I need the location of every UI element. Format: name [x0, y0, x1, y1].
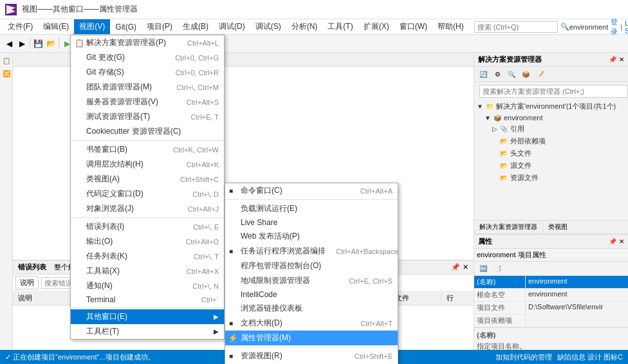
error-list-tab[interactable]: 错误列表 — [18, 262, 46, 272]
forward-button[interactable]: ▶ — [15, 37, 28, 50]
view-menu-item-1[interactable]: Git 更改(G) Ctrl+0, Ctrl+G — [71, 50, 224, 65]
se-props-btn[interactable]: ⚙ — [491, 68, 504, 81]
solution-explorer-icon[interactable]: 📋 — [1, 55, 12, 66]
view-sep-3 — [71, 307, 224, 308]
status-right: 加知到代码的管理 缺陷信息 设计 图标C — [495, 352, 623, 362]
ow-icon-0: ■ — [229, 187, 233, 194]
menu-debug2[interactable]: 调试(S) — [250, 19, 286, 34]
tree-item-solution[interactable]: ▼ 📁 解决方案'environment'(1个项目/共1个) — [474, 100, 628, 113]
login-button[interactable]: 登录 — [611, 17, 618, 37]
view-menu-item-3[interactable]: 团队资源管理器(M) Ctrl+\, Ctrl+M — [71, 80, 224, 95]
tree-item-source[interactable]: ▷ 📂 源文件 — [474, 159, 628, 172]
menu-file[interactable]: 文件(F) — [3, 19, 38, 34]
back-button[interactable]: ◀ — [3, 37, 15, 50]
view-menu-item-11[interactable]: 对象浏览器(J) Ctrl+Alt+J — [71, 201, 224, 216]
tree-item-ref[interactable]: ▷ 📎 引用 — [474, 123, 628, 135]
se-toolbar: 🔄 ⚙ 🔍 📦 📝 — [474, 67, 628, 82]
ow-item-10[interactable]: ■ 文档大纲(D) Ctrl+Alt+T — [225, 316, 398, 331]
se-filter-btn[interactable]: 🔍 — [505, 68, 518, 81]
tree-item-env[interactable]: ▼ 📦 environment — [474, 113, 628, 123]
props-group-btn[interactable]: 📑 — [491, 262, 504, 275]
view-menu-item-6[interactable]: Cookiecutter 资源管理器(C) — [71, 124, 224, 139]
panel-pin-icon[interactable]: 📌 — [451, 263, 460, 271]
menu-project[interactable]: 项目(P) — [142, 19, 178, 34]
props-close-icon[interactable]: ✕ — [619, 238, 624, 245]
ow-item-9[interactable]: 浏览器链接仪表板 — [225, 301, 398, 316]
view-menu-item-7[interactable]: 书签窗口(B) Ctrl+K, Ctrl+W — [71, 142, 224, 157]
live-share-button[interactable]: Live Share — [625, 19, 628, 35]
se-new-solution-btn[interactable]: 📝 — [533, 68, 546, 81]
view-menu-item-9[interactable]: 类视图(A) Ctrl+Shift+C — [71, 172, 224, 187]
menu-view[interactable]: 视图(V) — [74, 19, 110, 34]
view-menu-item-4[interactable]: 服务器资源管理器(V) Ctrl+Alt+S — [71, 95, 224, 109]
view-menu-other-windows[interactable]: 其他窗口(E) ▶ — [71, 309, 224, 324]
panel-tabs: 解决方案资源管理器 类视图 — [474, 220, 628, 234]
toolbar-separator2 — [59, 38, 59, 50]
prop-row-file[interactable]: 项目文件 D:\Software\VSfile\envir — [474, 302, 628, 314]
ow-item-3[interactable]: Live Share — [225, 216, 398, 229]
view-menu-item-2[interactable]: Git 存储(S) Ctrl+0, Ctrl+R — [71, 65, 224, 80]
view-menu-item-14[interactable]: 任务列表(K) Ctrl+\, T — [71, 249, 224, 264]
menu-analyze[interactable]: 分析(N) — [286, 19, 323, 34]
view-menu-item-10[interactable]: 代码定义窗口(D) Ctrl+\, D — [71, 187, 224, 201]
se-pin-icon[interactable]: 📌 — [609, 56, 616, 63]
view-menu-item-17[interactable]: Terminal Ctrl+` — [71, 293, 224, 306]
view-menu-dropdown[interactable]: 📋 解决方案资源管理器(P) Ctrl+Alt+L Git 更改(G) Ctrl… — [70, 35, 225, 340]
menu-help[interactable]: 帮助(H) — [432, 19, 469, 34]
menu-git[interactable]: Git(G) — [110, 19, 142, 34]
menu-bar: 文件(F) 编辑(E) 视图(V) Git(G) 项目(P) 生成(B) 调试(… — [0, 19, 628, 35]
view-menu-item-16[interactable]: 通知(N) Ctrl+\, N — [71, 278, 224, 293]
prop-key-file: 项目文件 — [474, 302, 526, 314]
ow-item-7[interactable]: 地域限制资源管理器 Ctrl+E, Ctrl+S — [225, 273, 398, 288]
prop-row-ns[interactable]: 根命名空 environment — [474, 289, 628, 302]
ow-item-8[interactable]: IntelliCode — [225, 288, 398, 301]
menu-edit[interactable]: 编辑(E) — [38, 19, 74, 34]
se-sync-btn[interactable]: 🔄 — [477, 68, 490, 81]
other-windows-popup[interactable]: ■ 命令窗口(C) Ctrl+Alt+A 负载测试运行(E) Live Shar… — [225, 183, 398, 364]
headers-icon: 📂 — [500, 150, 508, 157]
search-input[interactable] — [474, 21, 558, 33]
se-close-icon[interactable]: ✕ — [619, 56, 624, 63]
error-filter-desc[interactable]: 说明 — [15, 276, 39, 289]
save-button[interactable]: 💾 — [32, 37, 44, 50]
view-menu-item-12[interactable]: 错误列表(I) Ctrl+\, E — [71, 219, 224, 234]
view-menu-item-5[interactable]: 测试资源管理器(T) Ctrl+E, T — [71, 109, 224, 124]
ow-icon-12: ■ — [229, 352, 233, 359]
props-pin-icon[interactable]: 📌 — [609, 238, 616, 245]
ow-item-properties-manager[interactable]: ⚡ 属性管理器(M) — [225, 331, 398, 345]
top-right: environment 登录 | Live Share 📌 — [569, 17, 628, 37]
props-sort-btn[interactable]: 🔤 — [477, 262, 490, 275]
view-menu-item-0[interactable]: 📋 解决方案资源管理器(P) Ctrl+Alt+L — [71, 35, 224, 50]
view-menu-toolbar[interactable]: 工具栏(T) ▶ — [71, 324, 224, 339]
tree-item-headers[interactable]: ▷ 📂 头文件 — [474, 147, 628, 159]
ow-item-5[interactable]: ■ 任务运行程序浏览器编排 Ctrl+Alt+Backspace — [225, 244, 398, 259]
ow-item-12[interactable]: ■ 资源视图(R) Ctrl+Shift+E — [225, 349, 398, 363]
view-menu-item-13[interactable]: 输出(O) Ctrl+Alt+O — [71, 234, 224, 249]
ow-item-6[interactable]: 程序包管理器控制台(O) — [225, 259, 398, 273]
se-tab[interactable]: 解决方案资源管理器 — [474, 221, 543, 233]
prop-row-dep[interactable]: 项目依赖项 — [474, 314, 628, 327]
ow-item-0[interactable]: ■ 命令窗口(C) Ctrl+Alt+A — [225, 183, 398, 198]
menu-build[interactable]: 生成(B) — [178, 19, 214, 34]
prop-row-name[interactable]: (名称) environment — [474, 276, 628, 289]
se-collapse-btn[interactable]: 📦 — [519, 68, 532, 81]
solution-tree: ▼ 📁 解决方案'environment'(1个项目/共1个) ▼ 📦 envi… — [474, 100, 628, 220]
add-to-control-text[interactable]: 加知到代码的管理 — [495, 352, 552, 362]
git-icon[interactable]: 🔀 — [1, 68, 12, 78]
view-menu-item-15[interactable]: 工具箱(X) Ctrl+Alt+X — [71, 264, 224, 278]
props-toolbar: 🔤 📑 — [474, 262, 628, 276]
ow-item-4[interactable]: Web 发布活动(P) — [225, 229, 398, 244]
window-title: 视图——其他窗口——属性管理器 — [22, 4, 138, 15]
class-view-tab[interactable]: 类视图 — [543, 221, 573, 233]
menu-extend[interactable]: 扩展(X) — [358, 19, 394, 34]
menu-tools[interactable]: 工具(T) — [322, 19, 358, 34]
open-button[interactable]: 📂 — [44, 37, 57, 50]
panel-close-icon[interactable]: ✕ — [463, 263, 468, 271]
view-menu-item-8[interactable]: 调用层次结构(H) Ctrl+Alt+K — [71, 157, 224, 172]
menu-window[interactable]: 窗口(W) — [394, 19, 432, 34]
ow-item-2[interactable]: 负载测试运行(E) — [225, 201, 398, 216]
se-search-input[interactable] — [479, 85, 628, 98]
tree-item-res[interactable]: ▷ 📂 资源文件 — [474, 172, 628, 184]
menu-debug[interactable]: 调试(D) — [214, 19, 250, 34]
tree-item-ext[interactable]: ▷ 📂 外部依赖项 — [474, 135, 628, 147]
